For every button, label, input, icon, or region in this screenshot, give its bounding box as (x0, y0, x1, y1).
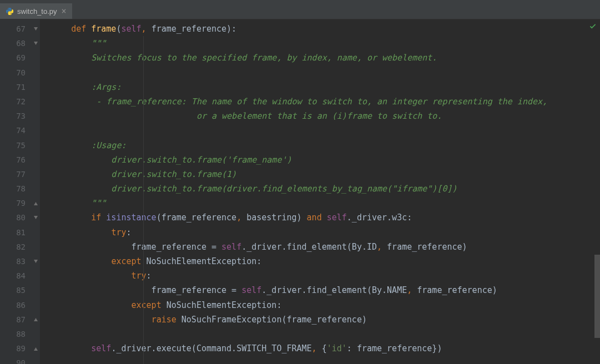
fold-marker-open[interactable] (31, 22, 40, 36)
line-number: 84 (0, 269, 31, 283)
line-number: 69 (0, 50, 31, 65)
code-line[interactable]: try: (51, 269, 600, 283)
fold-marker-close[interactable] (31, 341, 40, 356)
line-number: 75 (0, 138, 31, 153)
code-line[interactable]: :Args: (51, 80, 600, 94)
line-number: 73 (0, 109, 31, 123)
tab-bar: switch_to.py × (0, 3, 600, 19)
fold-marker-open[interactable] (31, 36, 40, 50)
inspection-ok-icon[interactable] (589, 23, 597, 33)
line-number-gutter[interactable]: 67 68 69 70 71 72 73 74 75 76 77 78 79 8… (0, 19, 31, 364)
fold-marker-close[interactable] (31, 312, 40, 327)
code-line[interactable]: :Usage: (51, 138, 600, 153)
code-line[interactable]: try: (51, 225, 600, 240)
code-line[interactable]: - frame_reference: The name of the windo… (51, 94, 600, 109)
editor-pane: 67 68 69 70 71 72 73 74 75 76 77 78 79 8… (0, 19, 600, 364)
code-line[interactable]: """ (51, 36, 600, 50)
line-number: 87 (0, 312, 31, 327)
file-tab[interactable]: switch_to.py × (0, 3, 72, 19)
code-line[interactable]: """ (51, 196, 600, 210)
line-number: 86 (0, 298, 31, 312)
code-line[interactable] (51, 327, 600, 341)
code-line[interactable]: driver.switch_to.frame(driver.find_eleme… (51, 181, 600, 196)
fold-marker-open[interactable] (31, 210, 40, 225)
code-line[interactable] (51, 123, 600, 138)
line-number: 80 (0, 210, 31, 225)
line-number: 77 (0, 167, 31, 181)
code-line[interactable]: raise NoSuchFrameException(frame_referen… (51, 312, 600, 327)
line-number: 83 (0, 254, 31, 269)
code-line[interactable]: frame_reference = self._driver.find_elem… (51, 240, 600, 254)
vertical-scrollbar[interactable] (594, 255, 600, 338)
line-number: 79 (0, 196, 31, 210)
code-line[interactable]: except NoSuchElementException: (51, 254, 600, 269)
code-line[interactable] (51, 65, 600, 80)
fold-marker-open[interactable] (31, 254, 40, 269)
code-line[interactable]: driver.switch_to.frame('frame_name') (51, 153, 600, 167)
code-line[interactable]: if isinstance(frame_reference, basestrin… (51, 210, 600, 225)
line-number: 67 (0, 22, 31, 36)
line-number: 72 (0, 94, 31, 109)
line-number: 85 (0, 283, 31, 297)
code-line[interactable]: or a webelement that is an (i)frame to s… (51, 109, 600, 123)
code-line[interactable]: def frame(self, frame_reference): (51, 22, 600, 36)
tab-filename: switch_to.py (17, 7, 57, 16)
line-number: 88 (0, 327, 31, 341)
line-number: 89 (0, 341, 31, 356)
line-number: 82 (0, 240, 31, 254)
tab-close-icon[interactable]: × (60, 7, 68, 16)
code-line[interactable]: except NoSuchElementException: (51, 298, 600, 312)
code-line[interactable]: frame_reference = self._driver.find_elem… (51, 283, 600, 297)
code-area[interactable]: def frame(self, frame_reference): """ Sw… (40, 19, 600, 364)
line-number: 78 (0, 181, 31, 196)
line-number: 71 (0, 80, 31, 94)
code-line[interactable]: Switches focus to the specified frame, b… (51, 50, 600, 65)
code-line[interactable]: self._driver.execute(Command.SWITCH_TO_F… (51, 341, 600, 356)
indent-guide (143, 36, 144, 364)
line-number: 70 (0, 65, 31, 80)
code-line[interactable]: driver.switch_to.frame(1) (51, 167, 600, 181)
line-number: 76 (0, 153, 31, 167)
line-number: 90 (0, 356, 31, 364)
fold-gutter (31, 19, 40, 364)
line-number: 68 (0, 36, 31, 50)
python-file-icon (6, 7, 14, 16)
line-number: 74 (0, 123, 31, 138)
fold-marker-close[interactable] (31, 196, 40, 210)
line-number: 81 (0, 225, 31, 240)
